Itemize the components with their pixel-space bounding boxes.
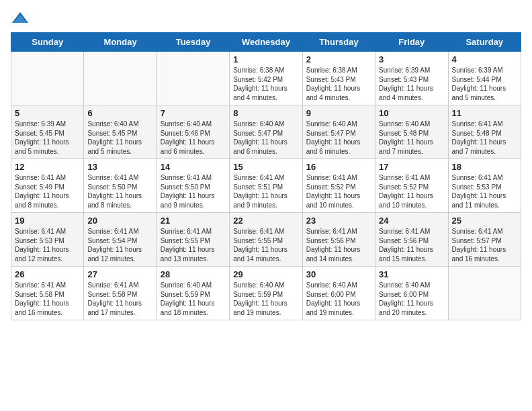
date-number: 3 [379,54,444,64]
calendar-cell: 23Sunrise: 6:41 AM Sunset: 5:56 PM Dayli… [302,213,375,267]
calendar-cell: 22Sunrise: 6:41 AM Sunset: 5:55 PM Dayli… [230,213,302,267]
date-number: 30 [306,269,371,279]
cell-info: Sunrise: 6:41 AM Sunset: 5:50 PM Dayligh… [161,173,226,210]
cell-info: Sunrise: 6:41 AM Sunset: 5:55 PM Dayligh… [161,227,226,263]
calendar-cell: 26Sunrise: 6:41 AM Sunset: 5:58 PM Dayli… [11,267,84,320]
date-number: 7 [161,108,226,118]
date-number: 28 [161,269,226,279]
date-number: 22 [233,216,298,226]
calendar-cell: 6Sunrise: 6:40 AM Sunset: 5:45 PM Daylig… [84,105,157,159]
date-number: 29 [233,269,298,279]
calendar-cell: 14Sunrise: 6:41 AM Sunset: 5:50 PM Dayli… [157,159,229,213]
calendar-cell: 8Sunrise: 6:40 AM Sunset: 5:47 PM Daylig… [230,105,302,159]
cell-info: Sunrise: 6:41 AM Sunset: 5:58 PM Dayligh… [15,281,80,317]
calendar-cell: 12Sunrise: 6:41 AM Sunset: 5:49 PM Dayli… [11,159,84,213]
cell-info: Sunrise: 6:41 AM Sunset: 5:57 PM Dayligh… [452,227,517,263]
date-number: 31 [379,269,444,279]
calendar-cell: 4Sunrise: 6:39 AM Sunset: 5:44 PM Daylig… [448,52,521,105]
day-header-row: SundayMondayTuesdayWednesdayThursdayFrid… [11,33,521,52]
cell-info: Sunrise: 6:41 AM Sunset: 5:53 PM Dayligh… [15,227,80,263]
calendar-cell: 29Sunrise: 6:40 AM Sunset: 5:59 PM Dayli… [230,267,302,320]
cell-info: Sunrise: 6:41 AM Sunset: 5:52 PM Dayligh… [379,173,444,210]
date-number: 1 [233,54,298,64]
calendar-cell [84,52,157,105]
cell-info: Sunrise: 6:39 AM Sunset: 5:45 PM Dayligh… [15,120,80,156]
cell-info: Sunrise: 6:40 AM Sunset: 5:48 PM Dayligh… [379,120,444,156]
calendar-cell: 7Sunrise: 6:40 AM Sunset: 5:46 PM Daylig… [157,105,229,159]
date-number: 25 [452,216,517,226]
cell-info: Sunrise: 6:41 AM Sunset: 5:52 PM Dayligh… [306,173,371,210]
calendar-cell: 18Sunrise: 6:41 AM Sunset: 5:53 PM Dayli… [448,159,521,213]
date-number: 18 [452,162,517,172]
calendar-cell: 11Sunrise: 6:41 AM Sunset: 5:48 PM Dayli… [448,105,521,159]
calendar-cell: 13Sunrise: 6:41 AM Sunset: 5:50 PM Dayli… [84,159,157,213]
week-row-4: 19Sunrise: 6:41 AM Sunset: 5:53 PM Dayli… [11,213,521,267]
cell-info: Sunrise: 6:40 AM Sunset: 5:46 PM Dayligh… [161,120,226,156]
calendar-cell: 2Sunrise: 6:38 AM Sunset: 5:43 PM Daylig… [302,52,375,105]
calendar-cell [448,267,521,320]
date-number: 23 [306,216,371,226]
cell-info: Sunrise: 6:40 AM Sunset: 6:00 PM Dayligh… [379,281,444,317]
calendar-cell: 20Sunrise: 6:41 AM Sunset: 5:54 PM Dayli… [84,213,157,267]
calendar-cell: 17Sunrise: 6:41 AM Sunset: 5:52 PM Dayli… [375,159,448,213]
calendar-cell: 16Sunrise: 6:41 AM Sunset: 5:52 PM Dayli… [302,159,375,213]
week-row-3: 12Sunrise: 6:41 AM Sunset: 5:49 PM Dayli… [11,159,521,213]
calendar-cell: 28Sunrise: 6:40 AM Sunset: 5:59 PM Dayli… [157,267,229,320]
cell-info: Sunrise: 6:41 AM Sunset: 5:56 PM Dayligh… [379,227,444,263]
day-header-wednesday: Wednesday [230,33,302,52]
calendar-cell: 15Sunrise: 6:41 AM Sunset: 5:51 PM Dayli… [230,159,302,213]
calendar-cell: 21Sunrise: 6:41 AM Sunset: 5:55 PM Dayli… [157,213,229,267]
cell-info: Sunrise: 6:41 AM Sunset: 5:53 PM Dayligh… [452,173,517,210]
cell-info: Sunrise: 6:40 AM Sunset: 6:00 PM Dayligh… [306,281,371,317]
date-number: 20 [87,216,152,226]
week-row-1: 1Sunrise: 6:38 AM Sunset: 5:42 PM Daylig… [11,52,521,105]
date-number: 10 [379,108,444,118]
cell-info: Sunrise: 6:41 AM Sunset: 5:50 PM Dayligh… [87,173,152,210]
cell-info: Sunrise: 6:40 AM Sunset: 5:45 PM Dayligh… [87,120,152,156]
calendar-cell: 1Sunrise: 6:38 AM Sunset: 5:42 PM Daylig… [230,52,302,105]
day-header-friday: Friday [375,33,448,52]
date-number: 16 [306,162,371,172]
calendar-cell: 24Sunrise: 6:41 AM Sunset: 5:56 PM Dayli… [375,213,448,267]
date-number: 11 [452,108,517,118]
cell-info: Sunrise: 6:40 AM Sunset: 5:47 PM Dayligh… [306,120,371,156]
date-number: 26 [15,269,80,279]
calendar-cell: 10Sunrise: 6:40 AM Sunset: 5:48 PM Dayli… [375,105,448,159]
cell-info: Sunrise: 6:41 AM Sunset: 5:58 PM Dayligh… [87,281,152,317]
cell-info: Sunrise: 6:41 AM Sunset: 5:48 PM Dayligh… [452,120,517,156]
cell-info: Sunrise: 6:39 AM Sunset: 5:44 PM Dayligh… [452,66,517,102]
week-row-5: 26Sunrise: 6:41 AM Sunset: 5:58 PM Dayli… [11,267,521,320]
page-header [11,11,521,24]
calendar-cell: 31Sunrise: 6:40 AM Sunset: 6:00 PM Dayli… [375,267,448,320]
calendar-cell: 19Sunrise: 6:41 AM Sunset: 5:53 PM Dayli… [11,213,84,267]
cell-info: Sunrise: 6:41 AM Sunset: 5:49 PM Dayligh… [15,173,80,210]
date-number: 24 [379,216,444,226]
date-number: 21 [161,216,226,226]
cell-info: Sunrise: 6:38 AM Sunset: 5:42 PM Dayligh… [233,66,298,102]
date-number: 12 [15,162,80,172]
logo-icon [11,11,30,24]
calendar-cell [11,52,84,105]
day-header-thursday: Thursday [302,33,375,52]
calendar-cell: 27Sunrise: 6:41 AM Sunset: 5:58 PM Dayli… [84,267,157,320]
cell-info: Sunrise: 6:40 AM Sunset: 5:59 PM Dayligh… [233,281,298,317]
cell-info: Sunrise: 6:38 AM Sunset: 5:43 PM Dayligh… [306,66,371,102]
calendar-cell: 3Sunrise: 6:39 AM Sunset: 5:43 PM Daylig… [375,52,448,105]
day-header-saturday: Saturday [448,33,521,52]
week-row-2: 5Sunrise: 6:39 AM Sunset: 5:45 PM Daylig… [11,105,521,159]
calendar-cell: 5Sunrise: 6:39 AM Sunset: 5:45 PM Daylig… [11,105,84,159]
date-number: 13 [87,162,152,172]
cell-info: Sunrise: 6:40 AM Sunset: 5:59 PM Dayligh… [161,281,226,317]
date-number: 9 [306,108,371,118]
logo [11,11,32,24]
calendar-table: SundayMondayTuesdayWednesdayThursdayFrid… [11,32,521,320]
cell-info: Sunrise: 6:41 AM Sunset: 5:54 PM Dayligh… [87,227,152,263]
date-number: 8 [233,108,298,118]
day-header-sunday: Sunday [11,33,84,52]
cell-info: Sunrise: 6:41 AM Sunset: 5:55 PM Dayligh… [233,227,298,263]
cell-info: Sunrise: 6:41 AM Sunset: 5:51 PM Dayligh… [233,173,298,210]
day-header-tuesday: Tuesday [157,33,229,52]
cell-info: Sunrise: 6:41 AM Sunset: 5:56 PM Dayligh… [306,227,371,263]
calendar-cell: 30Sunrise: 6:40 AM Sunset: 6:00 PM Dayli… [302,267,375,320]
date-number: 6 [87,108,152,118]
